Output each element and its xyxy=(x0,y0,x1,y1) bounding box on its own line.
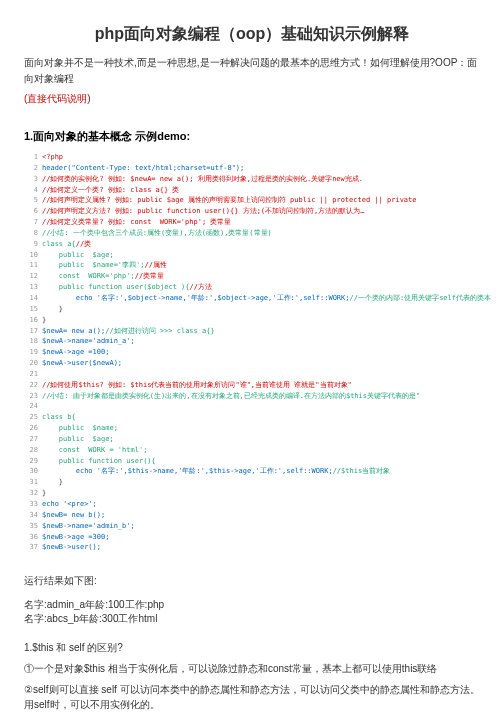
section1-title: 1.面向对象的基本概念 示例demo: xyxy=(24,129,480,144)
output-line: 名字:admin_a年龄:100工作:php xyxy=(24,598,480,612)
note: ①一个是对象$this 相当于实例化后，可以说除过静态和const常量，基本上都… xyxy=(24,661,480,676)
note: 1.$this 和 self 的区别? xyxy=(24,640,480,655)
code-block-1: 1<?php 2header("Content-Type: text/html;… xyxy=(24,152,480,553)
output-line: 名字:abcs_b年龄:300工作html xyxy=(24,612,480,626)
intro-text: 面向对象并不是一种技术,而是一种思想,是一种解决问题的最基本的思维方式！如何理解… xyxy=(24,55,480,87)
intro-link[interactable]: (直接代码说明) xyxy=(24,91,480,107)
note: ②self则可以直接 self 可以访问本类中的静态属性和静态方法，可以访问父类… xyxy=(24,682,480,712)
page-title: php面向对象编程（oop）基础知识示例解释 xyxy=(24,24,480,45)
run-label-1: 运行结果如下图: xyxy=(24,573,480,588)
